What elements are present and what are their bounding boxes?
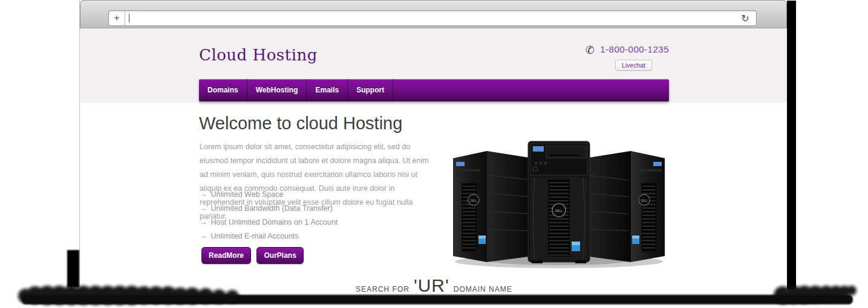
- text-caret: [129, 14, 129, 22]
- feature-text: Unlimited Bandwidth (Data Transfer): [211, 204, 333, 213]
- server-tower-left: DELL: [453, 151, 533, 262]
- feature-item: →Unlimited E-mail Accounts: [200, 233, 338, 240]
- feature-item: →Unlimited Bandwidth (Data Transfer): [200, 205, 338, 213]
- phone-icon: ✆: [586, 44, 595, 56]
- server-towers-image: DELL DELL: [449, 138, 668, 269]
- feature-text: Unlimited Web Space: [211, 190, 284, 199]
- server-tower-center: DELL: [528, 141, 590, 263]
- window-edge-shadow: [787, 1, 796, 289]
- svg-text:DELL: DELL: [470, 199, 477, 202]
- search-suffix: DOMAIN NAME: [454, 285, 512, 294]
- nav-item-emails[interactable]: Emails: [307, 79, 348, 101]
- nav-item-webhosting[interactable]: WebHosting: [247, 79, 307, 101]
- server-tower-right: DELL: [585, 151, 665, 262]
- arrow-icon: →: [200, 232, 207, 240]
- nav-item-domains[interactable]: Domains: [199, 79, 247, 101]
- ourplans-button[interactable]: OurPlans: [256, 247, 303, 264]
- reload-icon[interactable]: ↻: [738, 11, 752, 25]
- feature-item: →Host Unlimited Domains on 1 Account: [200, 219, 338, 226]
- arrow-icon: →: [200, 190, 207, 199]
- phone-contact: ✆ 1-800-000-1235: [586, 43, 669, 57]
- search-highlight: 'UR': [414, 275, 449, 296]
- screenshot-stage: + ↻ Cloud Hosting ✆ 1-800-000-1235 Livec…: [0, 0, 868, 308]
- svg-text:DELL: DELL: [641, 199, 648, 202]
- feature-item: →Unlimited Web Space: [200, 191, 338, 199]
- main-nav: Domains WebHosting Emails Support: [199, 79, 669, 101]
- site-logo[interactable]: Cloud Hosting: [199, 46, 318, 64]
- new-tab-button[interactable]: +: [109, 11, 125, 25]
- page-title: Welcome to cloud Hosting: [199, 114, 402, 133]
- readmore-button[interactable]: ReadMore: [201, 247, 251, 264]
- cta-buttons: ReadMore OurPlans: [201, 247, 307, 264]
- feature-text: Unlimited E-mail Accounts: [211, 232, 299, 240]
- arrow-icon: →: [200, 218, 207, 226]
- svg-text:DELL: DELL: [555, 209, 563, 213]
- nav-item-support[interactable]: Support: [348, 79, 393, 101]
- page-content: Cloud Hosting ✆ 1-800-000-1235 Livechat …: [199, 0, 669, 297]
- feature-text: Host Unlimited Domains on 1 Account: [211, 218, 338, 226]
- feature-list: →Unlimited Web Space →Unlimited Bandwidt…: [200, 191, 338, 246]
- search-prefix: SEARCH FOR: [356, 285, 410, 294]
- domain-search-banner: SEARCH FOR 'UR' DOMAIN NAME: [356, 275, 512, 296]
- livechat-button[interactable]: Livechat: [615, 60, 652, 71]
- phone-number: 1-800-000-1235: [600, 44, 669, 54]
- browser-window: + ↻ Cloud Hosting ✆ 1-800-000-1235 Livec…: [79, 0, 787, 297]
- arrow-icon: →: [200, 204, 207, 213]
